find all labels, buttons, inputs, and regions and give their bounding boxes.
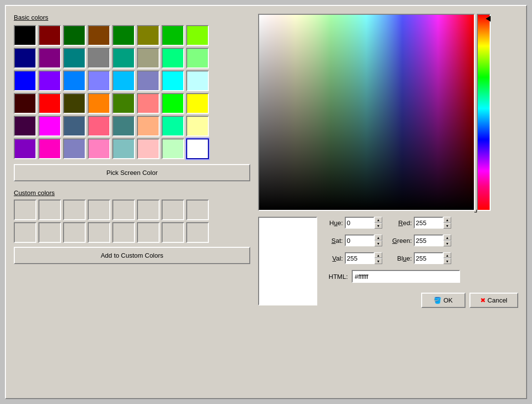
basic-color-swatch[interactable] <box>112 116 135 136</box>
custom-color-swatch[interactable] <box>112 200 135 220</box>
red-input[interactable] <box>414 217 443 229</box>
basic-color-swatch[interactable] <box>63 70 86 91</box>
bottom-section: Hue: ▲ ▼ Red: <box>258 217 518 308</box>
basic-color-swatch[interactable] <box>88 116 110 136</box>
custom-color-swatch[interactable] <box>38 200 61 220</box>
basic-color-swatch[interactable] <box>88 138 110 159</box>
custom-color-swatch[interactable] <box>112 222 135 243</box>
basic-color-swatch[interactable] <box>63 138 86 159</box>
sat-spin-up[interactable]: ▲ <box>374 235 382 240</box>
basic-color-swatch[interactable] <box>112 93 135 114</box>
basic-color-swatch[interactable] <box>137 138 160 159</box>
pick-screen-color-button[interactable]: Pick Screen Color <box>14 164 250 181</box>
custom-color-swatch[interactable] <box>137 200 160 220</box>
basic-color-swatch[interactable] <box>162 138 184 159</box>
basic-color-swatch[interactable] <box>112 70 135 91</box>
basic-color-swatch[interactable] <box>14 93 36 114</box>
green-input[interactable] <box>414 235 443 246</box>
basic-color-swatch[interactable] <box>162 25 184 46</box>
blue-spin-up[interactable]: ▲ <box>443 252 451 258</box>
basic-color-swatch[interactable] <box>63 25 86 46</box>
basic-color-swatch[interactable] <box>137 116 160 136</box>
basic-color-swatch[interactable] <box>162 93 184 114</box>
basic-color-swatch[interactable] <box>137 70 160 91</box>
basic-color-swatch[interactable] <box>162 116 184 136</box>
cancel-button[interactable]: ✖ Cancel <box>469 293 518 308</box>
hue-spinbox[interactable]: ▲ ▼ <box>345 217 382 229</box>
gradient-canvas[interactable] <box>259 15 474 210</box>
val-input[interactable] <box>345 252 374 264</box>
basic-color-swatch[interactable] <box>162 48 184 68</box>
basic-color-swatch[interactable] <box>38 93 61 114</box>
basic-color-swatch[interactable] <box>186 116 209 136</box>
basic-color-swatch[interactable] <box>14 48 36 68</box>
basic-color-swatch[interactable] <box>112 25 135 46</box>
basic-color-swatch[interactable] <box>14 116 36 136</box>
basic-color-swatch[interactable] <box>186 48 209 68</box>
add-to-custom-colors-button[interactable]: Add to Custom Colors <box>14 247 250 264</box>
custom-color-swatch[interactable] <box>63 222 86 243</box>
green-spin-up[interactable]: ▲ <box>443 235 451 240</box>
custom-color-swatch[interactable] <box>63 200 86 220</box>
blue-spin-buttons: ▲ ▼ <box>443 252 451 264</box>
basic-color-swatch[interactable] <box>137 48 160 68</box>
custom-color-swatch[interactable] <box>14 222 36 243</box>
green-spin-down[interactable]: ▼ <box>443 240 451 246</box>
basic-color-swatch[interactable] <box>14 138 36 159</box>
blue-input[interactable] <box>414 252 443 264</box>
basic-color-swatch[interactable] <box>186 93 209 114</box>
custom-color-swatch[interactable] <box>88 200 110 220</box>
basic-color-swatch[interactable] <box>88 48 110 68</box>
basic-color-swatch[interactable] <box>186 25 209 46</box>
basic-color-swatch[interactable] <box>38 70 61 91</box>
basic-color-swatch[interactable] <box>112 48 135 68</box>
custom-color-swatch[interactable] <box>162 200 184 220</box>
val-spinbox[interactable]: ▲ ▼ <box>345 252 382 264</box>
red-spin-down[interactable]: ▼ <box>443 223 451 229</box>
hue-input[interactable] <box>345 217 374 229</box>
custom-color-swatch[interactable] <box>186 200 209 220</box>
sat-spinbox[interactable]: ▲ ▼ <box>345 235 382 246</box>
custom-color-swatch[interactable] <box>88 222 110 243</box>
ok-button[interactable]: 🪣 OK <box>421 293 466 308</box>
basic-color-swatch[interactable] <box>88 93 110 114</box>
blue-spin-down[interactable]: ▼ <box>443 258 451 264</box>
green-spinbox[interactable]: ▲ ▼ <box>414 235 451 246</box>
basic-color-swatch[interactable] <box>38 25 61 46</box>
custom-color-swatch[interactable] <box>186 222 209 243</box>
basic-color-swatch[interactable] <box>38 48 61 68</box>
basic-color-swatch[interactable] <box>63 93 86 114</box>
basic-color-swatch[interactable] <box>137 25 160 46</box>
basic-color-swatch[interactable] <box>112 138 135 159</box>
sat-label: Sat: <box>323 237 343 244</box>
basic-color-swatch[interactable] <box>88 25 110 46</box>
html-input[interactable] <box>352 270 460 283</box>
sat-input[interactable] <box>345 235 374 246</box>
custom-color-swatch[interactable] <box>137 222 160 243</box>
basic-color-swatch[interactable] <box>186 70 209 91</box>
basic-color-swatch[interactable] <box>186 138 209 159</box>
sat-spin-down[interactable]: ▼ <box>374 240 382 246</box>
custom-color-swatch[interactable] <box>14 200 36 220</box>
custom-color-swatch[interactable] <box>162 222 184 243</box>
custom-color-swatch[interactable] <box>38 222 61 243</box>
basic-color-swatch[interactable] <box>63 48 86 68</box>
red-spinbox[interactable]: ▲ ▼ <box>414 217 451 229</box>
basic-color-swatch[interactable] <box>63 116 86 136</box>
basic-color-swatch[interactable] <box>162 70 184 91</box>
hue-spin-down[interactable]: ▼ <box>374 223 382 229</box>
hue-slider[interactable] <box>477 14 491 211</box>
basic-color-swatch[interactable] <box>137 93 160 114</box>
basic-color-swatch[interactable] <box>14 70 36 91</box>
red-spin-up[interactable]: ▲ <box>443 217 451 223</box>
val-spin-down[interactable]: ▼ <box>374 258 382 264</box>
color-gradient-picker[interactable]: ⌟ <box>258 14 475 211</box>
val-spin-up[interactable]: ▲ <box>374 252 382 258</box>
basic-color-swatch[interactable] <box>38 116 61 136</box>
blue-spinbox[interactable]: ▲ ▼ <box>414 252 451 264</box>
color-preview <box>258 217 317 305</box>
basic-color-swatch[interactable] <box>14 25 36 46</box>
hue-spin-up[interactable]: ▲ <box>374 217 382 223</box>
basic-color-swatch[interactable] <box>88 70 110 91</box>
basic-color-swatch[interactable] <box>38 138 61 159</box>
